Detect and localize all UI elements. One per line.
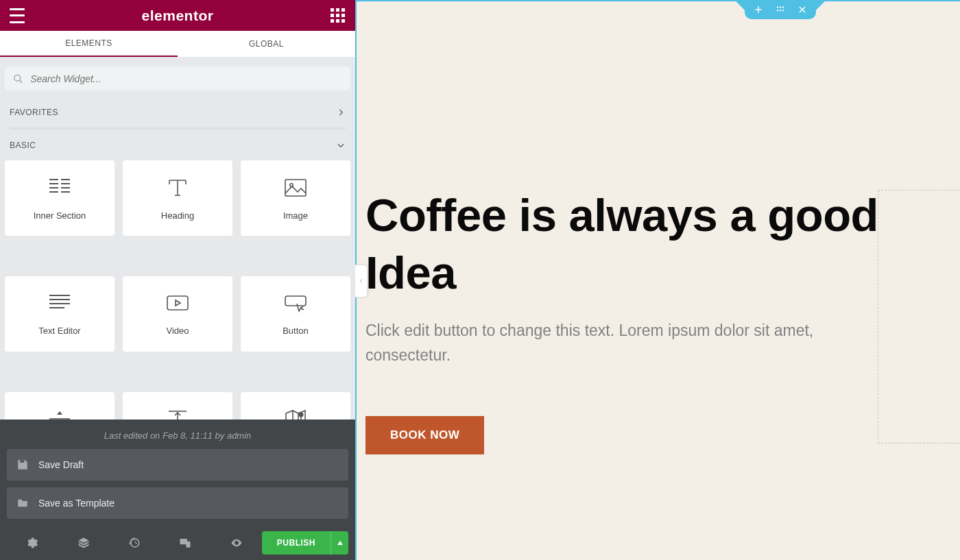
responsive-button[interactable] <box>160 526 211 560</box>
hero-cta-button[interactable]: BOOK NOW <box>365 416 484 454</box>
search-icon <box>13 73 23 84</box>
video-icon <box>166 291 189 315</box>
svg-point-38 <box>777 10 778 11</box>
svg-point-0 <box>14 75 21 81</box>
section-favorites[interactable]: FAVORITES <box>0 97 355 127</box>
widget-inner-section[interactable]: Inner Section <box>5 160 115 236</box>
widgets-panel-icon[interactable] <box>331 8 346 23</box>
hero-heading[interactable]: Coffee is always a good Idea <box>365 186 960 302</box>
widget-label: Image <box>283 210 308 221</box>
svg-rect-10 <box>285 180 306 196</box>
section-basic-label: BASIC <box>10 141 36 150</box>
svg-rect-18 <box>285 296 306 306</box>
svg-rect-31 <box>187 541 191 548</box>
search-input[interactable] <box>30 73 342 84</box>
section-favorites-label: FAVORITES <box>10 108 58 117</box>
menu-icon[interactable] <box>10 8 25 23</box>
svg-point-37 <box>782 7 784 8</box>
history-icon <box>128 537 141 549</box>
edit-section-icon[interactable] <box>776 5 785 14</box>
svg-point-40 <box>782 10 784 11</box>
hero-paragraph[interactable]: Click edit button to change this text. L… <box>365 318 873 369</box>
tab-global[interactable]: GLOBAL <box>178 31 355 57</box>
add-section-icon[interactable] <box>754 5 763 14</box>
panel-header: elementor <box>0 0 355 31</box>
svg-point-39 <box>780 10 781 11</box>
history-button[interactable] <box>109 526 160 560</box>
save-template-button[interactable]: Save as Template <box>7 487 348 519</box>
widget-image[interactable]: Image <box>241 160 350 236</box>
widget-label: Button <box>283 326 309 336</box>
save-template-label: Save as Template <box>38 498 115 509</box>
caret-up-icon <box>337 539 344 546</box>
svg-point-36 <box>780 7 781 8</box>
widget-video[interactable]: Video <box>123 276 232 352</box>
widget-label: Inner Section <box>34 210 86 221</box>
search-wrap <box>0 57 355 97</box>
svg-marker-17 <box>176 300 180 306</box>
gear-icon <box>26 537 38 549</box>
save-icon <box>16 459 29 471</box>
svg-rect-16 <box>167 296 188 310</box>
editor-panel: elementor ELEMENTS GLOBAL FAVORITES BASI… <box>0 0 355 560</box>
chevron-right-icon <box>336 108 346 117</box>
save-draft-button[interactable]: Save Draft <box>7 449 348 480</box>
svg-marker-32 <box>337 541 343 545</box>
tab-elements[interactable]: ELEMENTS <box>0 31 178 57</box>
publish-wrap: PUBLISH <box>262 531 348 555</box>
layers-icon <box>77 537 90 549</box>
eye-icon <box>230 537 243 549</box>
delete-section-icon[interactable] <box>797 5 807 14</box>
section-tab-edge <box>816 0 834 18</box>
devices-icon <box>179 537 191 549</box>
last-edited-text: Last edited on Feb 8, 11:11 by admin <box>0 419 355 449</box>
search-box[interactable] <box>5 66 350 90</box>
button-click-icon <box>284 291 307 315</box>
folder-icon <box>16 497 29 509</box>
publish-options-toggle[interactable] <box>331 531 348 555</box>
save-draft-label: Save Draft <box>38 459 84 470</box>
panel-tabs: ELEMENTS GLOBAL <box>0 31 355 57</box>
image-icon <box>284 176 307 199</box>
section-basic[interactable]: BASIC <box>0 130 355 160</box>
widget-button[interactable]: Button <box>241 276 350 352</box>
widget-label: Text Editor <box>38 326 80 336</box>
preview-canvas[interactable]: Coffee is always a good Idea Click edit … <box>355 0 960 560</box>
panel-footer: PUBLISH <box>0 526 355 560</box>
text-lines-icon <box>48 291 71 315</box>
widget-heading[interactable]: Heading <box>123 160 232 236</box>
section-tab-edge <box>727 0 745 18</box>
section-toolbar <box>745 0 816 19</box>
svg-rect-30 <box>180 539 188 544</box>
brand-logo: elementor <box>142 8 214 24</box>
publish-button[interactable]: PUBLISH <box>262 531 331 555</box>
svg-point-27 <box>299 413 304 417</box>
svg-marker-20 <box>57 411 62 415</box>
save-options-popover: Last edited on Feb 8, 11:11 by admin Sav… <box>0 419 355 526</box>
svg-line-1 <box>20 80 22 82</box>
svg-point-35 <box>777 7 778 8</box>
preview-button[interactable] <box>211 526 261 560</box>
widget-label: Heading <box>161 210 194 221</box>
settings-button[interactable] <box>7 526 58 560</box>
section-content: Coffee is always a good Idea Click edit … <box>365 186 960 454</box>
widget-text-editor[interactable]: Text Editor <box>5 276 115 352</box>
chevron-left-icon <box>358 278 365 284</box>
widget-label: Video <box>166 326 189 336</box>
chevron-down-icon <box>336 141 346 150</box>
navigator-button[interactable] <box>58 526 108 560</box>
columns-icon <box>48 176 71 199</box>
type-icon <box>166 176 189 199</box>
svg-rect-29 <box>20 460 24 463</box>
